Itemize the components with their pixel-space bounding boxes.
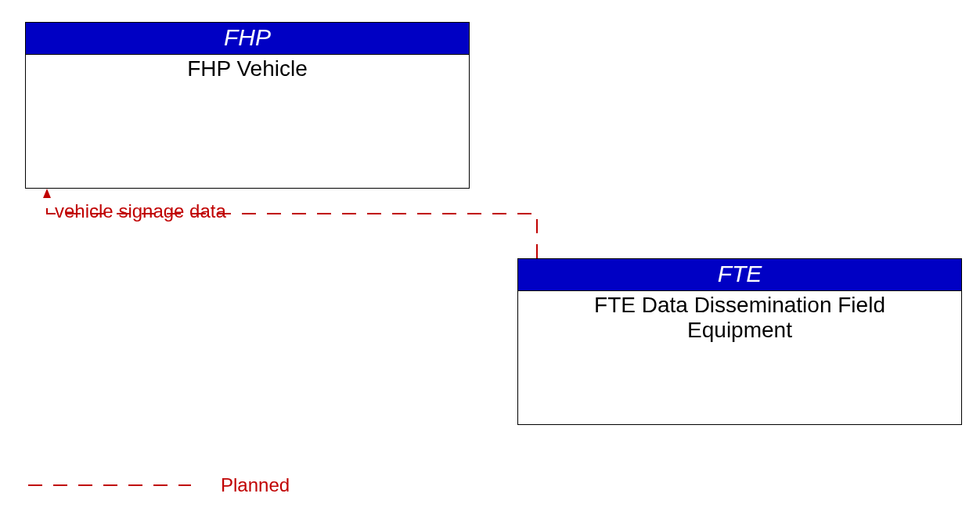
entity-box-fte-equipment: FTE FTE Data Dissemination Field Equipme…: [517, 258, 962, 425]
entity-body-fte-equipment: FTE Data Dissemination Field Equipment: [518, 291, 961, 343]
flow-label: vehicle signage data: [55, 200, 226, 222]
entity-body-fhp-vehicle: FHP Vehicle: [26, 55, 469, 81]
entity-header-fhp: FHP: [26, 23, 469, 55]
entity-header-fte: FTE: [518, 259, 961, 291]
entity-body-line2: Equipment: [687, 318, 792, 342]
flow-arrowhead-icon: [43, 189, 51, 198]
entity-body-line1: FTE Data Dissemination Field: [594, 293, 885, 317]
legend-label: Planned: [221, 474, 290, 496]
entity-box-fhp-vehicle: FHP FHP Vehicle: [25, 22, 470, 189]
